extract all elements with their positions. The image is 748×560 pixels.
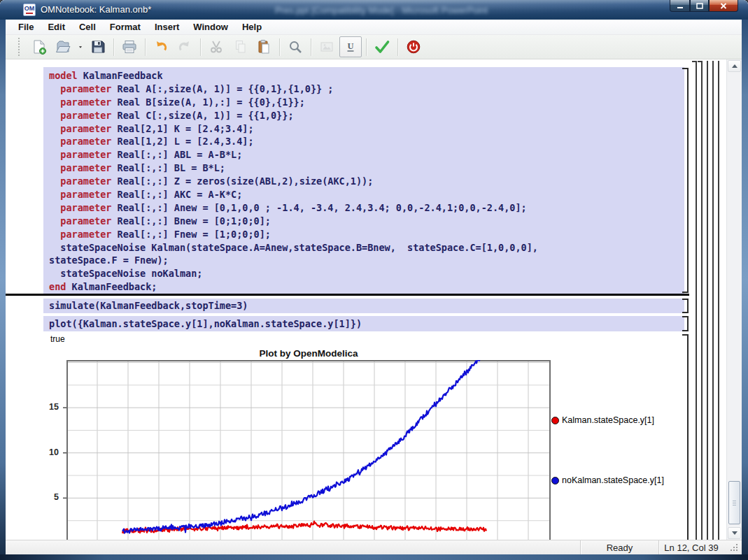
legend-dot-icon <box>551 477 559 484</box>
code-line: model KalmanFeedback <box>49 69 684 82</box>
svg-text:U: U <box>347 41 353 51</box>
menu-file[interactable]: File <box>11 20 41 34</box>
code-line: stateSpace.F = Fnew); <box>49 254 684 267</box>
print-button[interactable] <box>118 36 141 57</box>
resize-grip-dots <box>736 544 738 545</box>
underline-button[interactable]: U <box>339 36 362 57</box>
toolbar-separator <box>145 38 146 56</box>
search-button[interactable] <box>284 36 306 57</box>
redo-button[interactable] <box>174 36 196 57</box>
legend-label: Kalman.stateSpace.y[1] <box>562 415 654 425</box>
toolbar-separator <box>200 38 201 56</box>
menu-edit[interactable]: Edit <box>41 20 72 34</box>
stop-button[interactable] <box>402 36 425 57</box>
code-line: stateSpaceNoise noKalman; <box>49 267 684 280</box>
plot-title: Plot by OpenModelica <box>66 348 551 359</box>
undo-button[interactable] <box>150 36 172 57</box>
window-title: OMNotebook: Kalman.onb* <box>41 4 151 15</box>
code-line: parameter Real[:,:] AKC = A-K*C; <box>49 188 684 201</box>
code-line: parameter Real B[size(A, 1),:] = {{0},{1… <box>49 96 684 109</box>
menu-insert[interactable]: Insert <box>148 20 186 34</box>
cut-button[interactable] <box>205 36 227 57</box>
print-icon <box>121 38 138 55</box>
toolbar-separator <box>397 38 398 56</box>
code-line: parameter Real[1,2] L = [2.4,3.4]; <box>49 135 684 148</box>
code-line: parameter Real[:,:] Anew = [0,1,0,0 ; -1… <box>49 201 684 215</box>
y-tick-label: 15 <box>41 402 59 412</box>
status-cursor-position: Ln 12, Col 39 <box>659 543 724 553</box>
scroll-up-button[interactable] <box>728 60 741 72</box>
menu-window[interactable]: Window <box>186 20 235 34</box>
code-line: parameter Real A[:,size(A, 1)] = {{0,1},… <box>49 82 684 96</box>
menu-help[interactable]: Help <box>235 20 269 34</box>
maximize-button[interactable] <box>690 0 709 12</box>
code-line: parameter Real[2,1] K = [2.4;3.4]; <box>49 122 684 136</box>
save-button[interactable] <box>87 36 109 57</box>
undo-icon <box>153 38 169 55</box>
code-line: parameter Real[:,:] ABL = A-B*L; <box>49 148 684 161</box>
save-icon <box>90 38 106 55</box>
toolbar-separator <box>366 38 367 56</box>
copy-icon <box>232 38 248 55</box>
group-bracket-line <box>718 61 719 540</box>
toolbar: U <box>6 35 742 59</box>
menu-cell[interactable]: Cell <box>72 20 103 34</box>
toolbar-grip[interactable] <box>18 38 20 56</box>
title-bar[interactable]: OM OMNotebook: Kalman.onb* Pres.ppt [Com… <box>0 0 748 20</box>
arrow-up-icon <box>732 64 738 68</box>
app-icon: OM <box>23 3 36 16</box>
window-border-bottom <box>0 554 748 560</box>
code-line: parameter Real[:,:] BL = B*L; <box>49 161 684 175</box>
new-document-icon <box>31 38 48 55</box>
toolbar-separator <box>113 38 114 56</box>
status-bar: Ready Ln 12, Col 39 <box>6 540 742 554</box>
code-line: parameter Real[:,:] Z = zeros(size(ABL,2… <box>49 175 684 188</box>
simulate-command-cell[interactable]: simulate(KalmanFeedback,stopTime=3) <box>43 299 684 313</box>
scroll-down-button[interactable] <box>728 527 741 539</box>
minimize-button[interactable] <box>670 0 690 12</box>
scrollbar-thumb[interactable] <box>728 481 740 524</box>
cut-icon <box>208 38 225 55</box>
paste-icon <box>255 38 272 55</box>
copy-button[interactable] <box>229 36 251 57</box>
open-dropdown-button[interactable] <box>76 36 85 57</box>
open-folder-button[interactable] <box>52 36 74 57</box>
plot-image <box>62 360 551 540</box>
evaluate-button[interactable] <box>371 36 393 57</box>
close-button[interactable] <box>709 0 738 12</box>
model-code-cell[interactable]: model KalmanFeedback parameter Real A[:,… <box>43 67 684 294</box>
legend-label: noKalman.stateSpace.y[1] <box>562 475 664 485</box>
code-line: parameter Real C[:,size(A, 1)] = {{1,0}}… <box>49 109 684 122</box>
menu-format[interactable]: Format <box>103 20 148 34</box>
model-cell-bracket[interactable] <box>682 68 689 293</box>
simulate-cell-bracket[interactable] <box>682 299 689 313</box>
legend-item: noKalman.stateSpace.y[1] <box>551 475 664 485</box>
app-icon-red-bar <box>26 13 33 14</box>
resize-grip[interactable] <box>724 540 742 554</box>
code-line: stateSpaceNoise Kalman(stateSpace.A=Anew… <box>49 241 684 254</box>
plot-command-cell[interactable]: plot({Kalman.stateSpace.y[1],noKalman.st… <box>43 316 684 331</box>
open-dropdown-icon <box>77 38 84 55</box>
menu-bar: FileEditCellFormatInsertWindowHelp <box>6 20 742 35</box>
output-cell-bracket[interactable] <box>682 334 689 540</box>
evaluate-icon <box>374 38 390 55</box>
group-bracket-line <box>707 61 708 540</box>
vertical-scrollbar[interactable] <box>726 59 742 540</box>
redo-icon <box>176 38 193 55</box>
group-bracket-line <box>696 61 697 540</box>
output-text: true <box>50 334 65 344</box>
code-line: parameter Real[:,:] Fnew = [1;0;0;0]; <box>49 228 684 241</box>
plot-cell-bracket[interactable] <box>682 316 689 331</box>
stop-icon <box>405 38 422 55</box>
image-button[interactable] <box>316 36 338 57</box>
window-controls <box>670 0 738 12</box>
notebook-content: model KalmanFeedback parameter Real A[:,… <box>6 59 742 540</box>
underline-icon: U <box>342 38 359 55</box>
new-document-button[interactable] <box>28 36 50 57</box>
window-border-right <box>742 20 748 560</box>
paste-button[interactable] <box>253 36 275 57</box>
arrow-down-icon <box>732 531 738 535</box>
open-folder-icon <box>55 38 71 55</box>
group-bracket-line <box>712 61 714 540</box>
y-tick-label: 5 <box>41 492 59 502</box>
